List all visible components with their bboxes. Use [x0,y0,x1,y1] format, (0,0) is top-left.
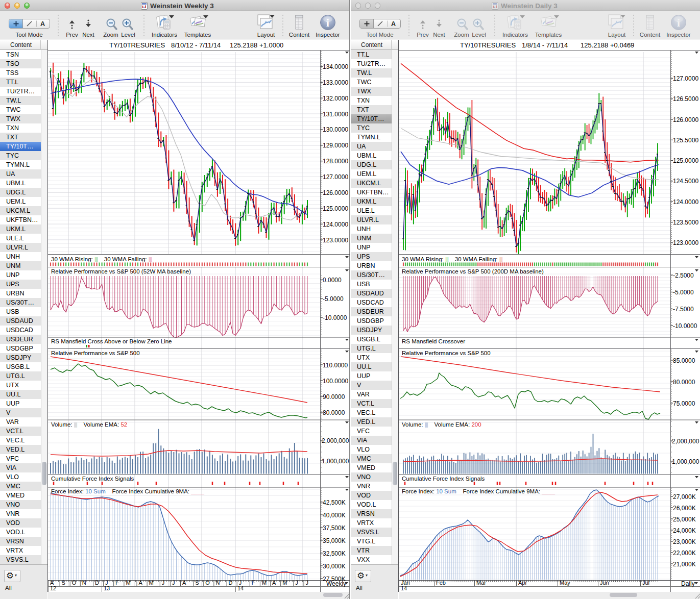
svg-text:-2.5000: -2.5000 [673,272,694,279]
svg-text:M: M [282,580,287,586]
svg-text:A: A [139,580,143,586]
svg-text:i: i [326,17,329,29]
svg-text:M: M [126,580,130,586]
svg-text:Next: Next [433,32,445,38]
svg-text:90.0000: 90.0000 [323,393,345,401]
svg-text:O: O [72,580,77,586]
svg-text:134.0000: 134.0000 [323,63,348,70]
svg-text:110.0000: 110.0000 [323,362,348,369]
svg-text:131.0000: 131.0000 [323,111,348,118]
svg-text:Tool Mode: Tool Mode [366,32,393,38]
svg-text:1,000,000: 1,000,000 [322,458,349,465]
svg-text:129.0000: 129.0000 [323,142,348,149]
svg-text:123.0000: 123.0000 [673,239,698,246]
svg-text:123.0000: 123.0000 [323,237,348,244]
svg-text:2,000,000: 2,000,000 [672,438,699,445]
svg-text:80.0000: 80.0000 [323,409,345,416]
svg-text:Level: Level [121,32,135,38]
svg-text:-5.0000: -5.0000 [323,295,344,303]
svg-text:Jul: Jul [642,580,649,586]
svg-text:125.0000: 125.0000 [323,205,348,212]
svg-text:1,000,000: 1,000,000 [672,458,699,465]
svg-text:Mar: Mar [476,580,486,586]
svg-text:14: 14 [401,585,407,591]
svg-text:Templates: Templates [535,32,562,38]
svg-text:124.0000: 124.0000 [323,221,348,228]
svg-text:Apr: Apr [518,580,527,586]
svg-text:Prev: Prev [66,32,78,38]
svg-text:Prev: Prev [417,32,429,38]
svg-text:F: F [252,580,255,586]
svg-text:128.0000: 128.0000 [323,158,348,165]
svg-text:123.5000: 123.5000 [673,219,698,226]
svg-text:13: 13 [104,585,110,591]
svg-text:35,000K: 35,000K [323,537,346,544]
svg-text:24,000K: 24,000K [673,527,696,534]
svg-text:Indicators: Indicators [502,32,528,38]
svg-text:M: M [262,580,267,586]
svg-text:O: O [205,580,210,586]
svg-text:30,000K: 30,000K [323,563,346,570]
svg-text:F: F [115,580,119,586]
svg-text:S: S [62,580,65,586]
svg-text:Feb: Feb [436,580,446,586]
svg-text:27,000K: 27,000K [673,493,696,501]
svg-text:2,000,000: 2,000,000 [322,437,349,444]
svg-text:42,500K: 42,500K [323,499,346,506]
svg-text:A: A [182,580,186,586]
svg-text:J: J [162,580,165,586]
svg-text:Tool Mode: Tool Mode [15,32,42,38]
svg-text:Indicators: Indicators [152,32,177,38]
svg-text:26,000K: 26,000K [673,505,696,512]
svg-text:12: 12 [50,585,56,591]
svg-text:126.5000: 126.5000 [673,95,698,103]
svg-text:D: D [95,580,99,586]
svg-text:Zoom: Zoom [103,32,118,38]
svg-text:80.0000: 80.0000 [673,379,695,386]
svg-text:40,000K: 40,000K [323,512,346,519]
svg-text:S: S [195,580,199,586]
svg-text:124.5000: 124.5000 [673,178,698,185]
svg-text:32,500K: 32,500K [323,550,346,557]
svg-text:127.0000: 127.0000 [673,75,698,82]
svg-text:J: J [172,580,175,586]
svg-text:125.5000: 125.5000 [673,137,698,144]
svg-text:25,000K: 25,000K [673,516,696,523]
svg-text:Layout: Layout [608,32,626,38]
svg-text:Inspector: Inspector [316,32,340,38]
svg-text:Daily: Daily [681,580,695,587]
svg-text:-10.0000: -10.0000 [323,314,347,321]
svg-text:D: D [229,580,233,586]
svg-text:100.0000: 100.0000 [323,378,348,385]
svg-text:Weekly: Weekly [326,580,346,587]
svg-text:-10.0000: -10.0000 [673,322,697,330]
svg-text:Content: Content [289,32,310,38]
svg-text:23,000K: 23,000K [673,538,696,545]
svg-text:May: May [560,580,570,586]
svg-text:i: i [677,17,680,29]
svg-text:126.0000: 126.0000 [323,189,348,196]
svg-text:Next: Next [82,32,94,38]
svg-text:85.0000: 85.0000 [673,357,695,364]
svg-text:127.0000: 127.0000 [323,173,348,181]
svg-text:130.0000: 130.0000 [323,126,348,133]
svg-text:132.0000: 132.0000 [323,95,348,102]
svg-text:M: M [149,580,154,586]
svg-text:A: A [272,580,276,586]
svg-text:J: J [306,580,309,586]
svg-text:Zoom: Zoom [454,32,469,38]
svg-text:21,000K: 21,000K [673,561,696,568]
svg-text:14: 14 [237,585,244,591]
svg-text:126.0000: 126.0000 [673,116,698,123]
svg-text:-7.5000: -7.5000 [673,306,694,313]
svg-text:124.0000: 124.0000 [673,198,698,206]
svg-text:Layout: Layout [257,32,275,38]
svg-text:Templates: Templates [184,32,211,38]
svg-text:-5.0000: -5.0000 [673,289,694,296]
svg-text:0.0000: 0.0000 [323,277,342,284]
svg-text:Level: Level [472,32,486,38]
svg-text:N: N [82,580,86,586]
svg-text:Inspector: Inspector [666,32,690,38]
svg-text:75.0000: 75.0000 [673,400,695,407]
svg-text:37,500K: 37,500K [323,525,346,532]
